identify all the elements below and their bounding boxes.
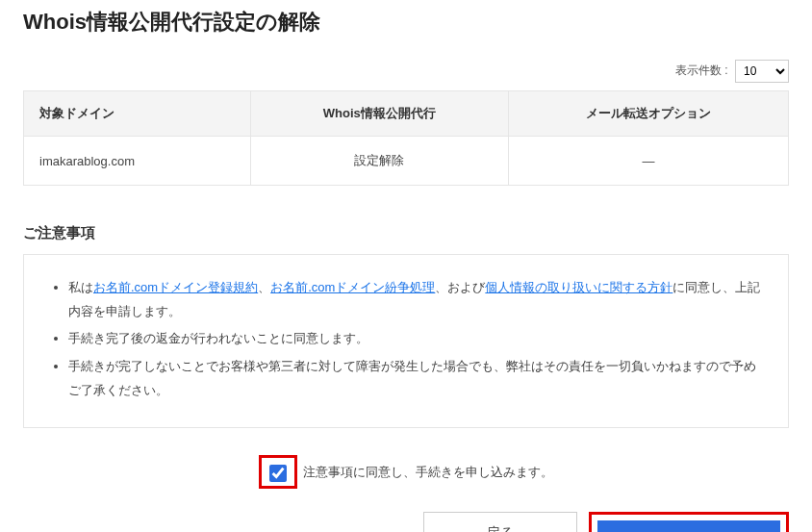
consent-checkbox[interactable] [269,465,287,482]
confirm-highlight: 確定 [589,512,789,532]
col-whois: Whois情報公開代行 [250,91,508,137]
cell-domain: imakarablog.com [24,137,251,186]
display-count-label: 表示件数 : [675,63,728,77]
table-row: imakarablog.com 設定解除 — [24,137,789,186]
table-header-row: 対象ドメイン Whois情報公開代行 メール転送オプション [24,91,789,137]
notice-item-2: 手続き完了後の返金が行われないことに同意します。 [68,327,763,351]
notice-box: 私はお名前.comドメイン登録規約、お名前.comドメイン紛争処理、および個人情… [23,254,789,428]
cell-mail-forward: — [508,137,788,186]
display-count-select[interactable]: 10 [735,60,789,83]
domain-table: 対象ドメイン Whois情報公開代行 メール転送オプション imakarablo… [23,90,789,186]
consent-row: 注意事項に同意し、手続きを申し込みます。 [23,455,789,488]
notice-heading: ご注意事項 [23,224,789,242]
page-title: Whois情報公開代行設定の解除 [23,8,789,37]
col-domain: 対象ドメイン [24,91,251,137]
link-privacy-policy[interactable]: 個人情報の取り扱いに関する方針 [485,280,672,294]
checkbox-highlight [259,455,297,488]
link-dispute-policy[interactable]: お名前.comドメイン紛争処理 [270,280,435,294]
display-count-row: 表示件数 : 10 [23,60,789,83]
back-button[interactable]: 戻る [423,512,577,532]
cell-whois: 設定解除 [250,137,508,186]
confirm-button[interactable]: 確定 [597,520,780,532]
link-registration-terms[interactable]: お名前.comドメイン登録規約 [93,280,258,294]
button-row: 戻る 確定 [23,512,789,532]
notice-item-1: 私はお名前.comドメイン登録規約、お名前.comドメイン紛争処理、および個人情… [68,276,763,323]
notice-item-3: 手続きが完了しないことでお客様や第三者に対して障害が発生した場合でも、弊社はその… [68,355,763,402]
col-mail-forward: メール転送オプション [508,91,788,137]
consent-label: 注意事項に同意し、手続きを申し込みます。 [303,465,553,479]
